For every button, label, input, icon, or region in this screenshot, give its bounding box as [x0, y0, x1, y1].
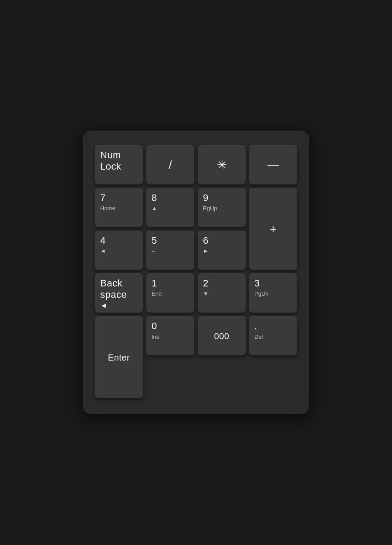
- key-eight-sub: ▲: [152, 205, 157, 211]
- key-seven-main: 7: [100, 192, 106, 204]
- key-dot[interactable]: . Del: [249, 316, 297, 355]
- key-four[interactable]: 4 ◄: [95, 231, 143, 270]
- key-minus-label: —: [267, 158, 279, 172]
- key-six[interactable]: 6 ►: [198, 231, 246, 270]
- key-minus[interactable]: —: [249, 145, 297, 184]
- key-five-main: 5: [152, 235, 157, 246]
- key-dot-sub: Del: [254, 334, 263, 340]
- key-seven[interactable]: 7 Home: [95, 188, 143, 227]
- key-two-sub: ▼: [203, 291, 209, 297]
- key-eight[interactable]: 8 ▲: [146, 188, 194, 227]
- key-zero[interactable]: 0 Ins: [146, 316, 194, 355]
- key-one-main: 1: [152, 278, 157, 289]
- key-six-main: 6: [203, 235, 209, 246]
- key-three-sub: PgDn: [254, 291, 269, 297]
- key-six-sub: ►: [203, 248, 209, 254]
- key-num-lock[interactable]: Num Lock: [95, 145, 143, 184]
- key-three[interactable]: 3 PgDn: [249, 273, 297, 313]
- key-eight-main: 8: [152, 192, 157, 204]
- key-num-lock-label: Num: [100, 150, 121, 161]
- key-plus[interactable]: +: [249, 188, 297, 270]
- numpad-grid: Num Lock / ✳ — 7 Home 8 ▲ 9 PgUp +: [95, 145, 297, 398]
- key-multiply[interactable]: ✳: [198, 145, 246, 184]
- key-backspace-main2: space: [100, 289, 127, 300]
- key-backspace-main: Back: [100, 278, 122, 289]
- key-five-sub: –: [152, 248, 155, 254]
- key-dot-main: .: [254, 320, 257, 332]
- key-four-main: 4: [100, 235, 106, 246]
- key-two-main: 2: [203, 278, 209, 289]
- key-seven-sub: Home: [100, 205, 115, 211]
- numpad: Num Lock / ✳ — 7 Home 8 ▲ 9 PgUp +: [83, 131, 309, 414]
- key-three-main: 3: [254, 278, 260, 289]
- key-one[interactable]: 1 End: [146, 273, 194, 313]
- key-triple-zero[interactable]: 000: [198, 316, 246, 355]
- key-num-lock-label2: Lock: [100, 161, 121, 172]
- key-divide-label: /: [169, 158, 172, 172]
- key-nine-main: 9: [203, 192, 209, 204]
- key-nine-sub: PgUp: [203, 205, 217, 211]
- key-multiply-label: ✳: [217, 158, 227, 172]
- key-backspace[interactable]: Back space ◄: [95, 273, 143, 313]
- key-enter-label: Enter: [108, 352, 130, 363]
- key-four-sub: ◄: [100, 248, 106, 254]
- key-nine[interactable]: 9 PgUp: [198, 188, 246, 227]
- key-zero-sub: Ins: [152, 334, 159, 340]
- key-two[interactable]: 2 ▼: [198, 273, 246, 313]
- key-zero-main: 0: [152, 320, 157, 332]
- key-backspace-arrow: ◄: [100, 302, 107, 310]
- key-five[interactable]: 5 –: [146, 231, 194, 270]
- key-triple-zero-label: 000: [214, 331, 230, 341]
- key-plus-label: +: [270, 222, 276, 236]
- key-divide[interactable]: /: [146, 145, 194, 184]
- key-one-sub: End: [152, 291, 162, 297]
- key-enter[interactable]: Enter: [95, 316, 143, 398]
